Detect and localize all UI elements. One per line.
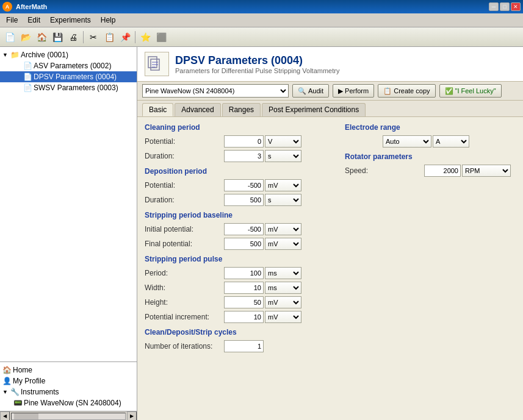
- toolbar-extra[interactable]: ⬛: [154, 30, 168, 44]
- width-unit[interactable]: mss: [265, 282, 301, 294]
- period-input[interactable]: [224, 267, 264, 279]
- menu-help[interactable]: Help: [97, 15, 120, 26]
- tab-post-experiment[interactable]: Post Experiment Conditions: [262, 103, 366, 116]
- height-input[interactable]: [224, 296, 264, 308]
- deposition-potential-input[interactable]: [224, 179, 264, 191]
- electrode-unit-select[interactable]: AmAμA: [433, 135, 469, 148]
- toolbar-copy[interactable]: 📋: [102, 30, 117, 44]
- scroll-right-btn[interactable]: ▶: [127, 411, 137, 421]
- scroll-thumb[interactable]: [14, 413, 38, 419]
- app-title: AfterMath: [16, 3, 47, 10]
- toolbar-print[interactable]: 🖨: [66, 30, 81, 44]
- create-copy-icon: 📋: [383, 87, 392, 95]
- sidebar-item-archive[interactable]: ▼ 📁 Archive (0001): [0, 49, 137, 60]
- lucky-button[interactable]: ✅ "I Feel Lucky": [439, 84, 502, 98]
- toolbar-save[interactable]: 💾: [50, 30, 65, 44]
- stripping-pulse-title: Stripping period pulse: [145, 255, 337, 263]
- deposition-potential-label: Potential:: [145, 181, 224, 190]
- tab-advanced[interactable]: Advanced: [175, 103, 220, 116]
- deposition-duration-input[interactable]: [224, 194, 264, 206]
- minimize-button[interactable]: ─: [489, 2, 499, 11]
- cleaning-duration-input[interactable]: [224, 150, 264, 162]
- sidebar-item-asv[interactable]: 📄 ASV Parameters (0002): [0, 60, 137, 71]
- menu-bar: File Edit Experiments Help: [0, 13, 523, 27]
- deposition-duration-unit[interactable]: sms: [265, 194, 301, 206]
- toolbar-cut[interactable]: ✂: [86, 30, 101, 44]
- electrode-range-row: Auto100mA10mA1mA AmAμA: [381, 135, 516, 148]
- perform-icon: ▶: [338, 87, 343, 95]
- electrode-range-title: Electrode range: [345, 123, 516, 132]
- sidebar-item-swsv[interactable]: 📄 SWSV Parameters (0003): [0, 82, 137, 93]
- sidebar-item-pinenow[interactable]: 📟 Pine WaveNow (SN 2408004): [0, 397, 137, 408]
- toolbar-new[interactable]: 📄: [2, 30, 17, 44]
- audit-icon: 🔍: [298, 87, 306, 95]
- title-bar-controls[interactable]: ─ □ ✕: [489, 2, 521, 11]
- maximize-button[interactable]: □: [500, 2, 510, 11]
- toolbar-paste[interactable]: 📌: [118, 30, 132, 44]
- toolbar-open[interactable]: 📂: [18, 30, 33, 44]
- deposition-duration-row: Duration: sms: [145, 194, 337, 206]
- sidebar-item-dpsv[interactable]: 📄 DPSV Parameters (0004): [0, 71, 137, 82]
- cleaning-duration-label: Duration:: [145, 152, 224, 160]
- potential-increment-unit[interactable]: mVV: [265, 311, 301, 323]
- deposition-potential-row: Potential: mVV: [145, 179, 337, 191]
- tab-ranges[interactable]: Ranges: [222, 103, 261, 116]
- potential-increment-input[interactable]: [224, 311, 264, 323]
- iterations-input[interactable]: [224, 340, 264, 352]
- cleaning-potential-unit[interactable]: VmV: [265, 135, 301, 148]
- sidebar-item-instruments[interactable]: ▼ 🔧 Instruments: [0, 386, 137, 397]
- initial-potential-unit[interactable]: mVV: [265, 223, 301, 235]
- content-header: DPSV Parameters (0004) Parameters for Di…: [137, 47, 523, 82]
- deposition-duration-label: Duration:: [145, 196, 224, 204]
- perform-button[interactable]: ▶ Perform: [333, 84, 374, 98]
- initial-potential-row: Initial potential: mVV: [145, 223, 337, 235]
- final-potential-unit[interactable]: mVV: [265, 238, 301, 250]
- menu-edit[interactable]: Edit: [24, 15, 44, 26]
- tab-content: Cleaning period Potential: VmV Duration:…: [137, 117, 523, 420]
- content-area: DPSV Parameters (0004) Parameters for Di…: [137, 47, 523, 420]
- speed-unit[interactable]: RPMrad/s: [462, 165, 511, 177]
- cleaning-potential-row: Potential: VmV: [145, 135, 337, 148]
- width-input[interactable]: [224, 282, 264, 294]
- scroll-track[interactable]: [11, 413, 126, 420]
- swsv-label: SWSV Parameters (0003): [34, 84, 118, 92]
- pine-icon: 📟: [13, 399, 23, 407]
- speed-input[interactable]: [424, 165, 461, 177]
- potential-increment-label: Potential increment:: [145, 313, 224, 321]
- menu-experiments[interactable]: Experiments: [46, 15, 95, 26]
- profile-label: My Profile: [13, 377, 45, 385]
- initial-potential-input[interactable]: [224, 223, 264, 235]
- cleaning-duration-unit[interactable]: sms: [265, 150, 301, 162]
- stripping-baseline-title: Stripping period baseline: [145, 211, 337, 219]
- cleaning-potential-input[interactable]: [224, 135, 264, 148]
- toolbar-separator-1: [83, 31, 84, 43]
- deposition-potential-unit[interactable]: mVV: [265, 179, 301, 191]
- width-row: Width: mss: [145, 282, 337, 294]
- height-unit[interactable]: mVV: [265, 296, 301, 308]
- create-copy-button[interactable]: 📋 Create copy: [378, 84, 435, 98]
- scroll-left-btn[interactable]: ◀: [0, 411, 10, 421]
- audit-button[interactable]: 🔍 Audit: [292, 84, 329, 98]
- toolbar-star[interactable]: ⭐: [138, 30, 153, 44]
- toolbar: 📄 📂 🏠 💾 🖨 ✂ 📋 📌 ⭐ ⬛: [0, 27, 523, 47]
- menu-file[interactable]: File: [2, 15, 21, 26]
- sidebar-scrollbar[interactable]: ◀ ▶: [0, 411, 137, 420]
- audit-label: Audit: [308, 87, 323, 94]
- speed-label: Speed:: [345, 166, 424, 175]
- sidebar-item-profile[interactable]: 👤 My Profile: [0, 376, 137, 386]
- dpsv-label: DPSV Parameters (0004): [34, 73, 117, 81]
- final-potential-row: Final potential: mVV: [145, 238, 337, 250]
- close-button[interactable]: ✕: [511, 2, 521, 11]
- device-select[interactable]: Pine WaveNow (SN 2408004): [142, 84, 289, 98]
- tab-basic[interactable]: Basic: [142, 103, 173, 116]
- sidebar-item-home[interactable]: 🏠 Home: [0, 365, 137, 376]
- toolbar-home[interactable]: 🏠: [34, 30, 49, 44]
- form-left-col: Cleaning period Potential: VmV Duration:…: [145, 123, 337, 355]
- home-label: Home: [13, 366, 32, 374]
- deposition-period-title: Deposition period: [145, 167, 337, 176]
- electrode-range-select[interactable]: Auto100mA10mA1mA: [383, 135, 431, 148]
- header-icon: [145, 52, 169, 76]
- period-unit[interactable]: mss: [265, 267, 301, 279]
- final-potential-input[interactable]: [224, 238, 264, 250]
- doc-icon-swsv: 📄: [23, 84, 32, 92]
